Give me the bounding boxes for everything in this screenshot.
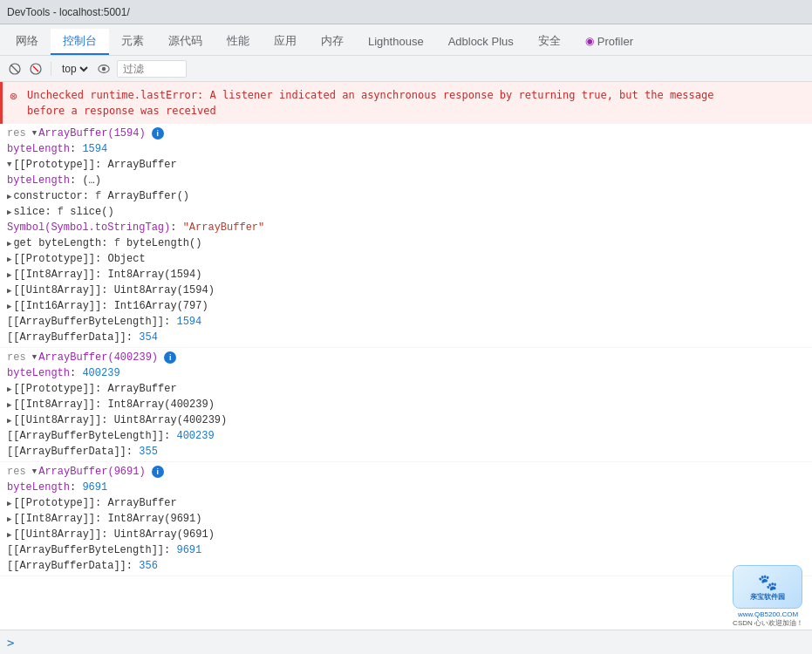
entry1-slice[interactable]: ▶ slice: f slice(): [7, 204, 812, 220]
getbytelength-arrow[interactable]: ▶: [7, 239, 11, 249]
res-label-2: res: [7, 351, 26, 364]
entry1-int8array[interactable]: ▶ [[Int8Array]]: Int8Array(1594): [7, 267, 812, 283]
uint8array-arrow[interactable]: ▶: [7, 286, 11, 296]
tab-profiler[interactable]: ◉ Profiler: [573, 29, 645, 55]
info-icon-2[interactable]: i: [164, 351, 176, 364]
console-entry-3: res ▼ ArrayBuffer(9691) i byteLength: 96…: [0, 462, 812, 576]
entry1-constructor[interactable]: ▶ constructor: f ArrayBuffer(): [7, 188, 812, 204]
uint8array-label: [[Uint8Array]]: Uint8Array(1594): [13, 284, 214, 296]
entry3-arrow[interactable]: ▼: [32, 467, 37, 476]
info-icon-3[interactable]: i: [152, 466, 164, 478]
abbylength-key: [[ArrayBufferByteLength]]: [7, 316, 164, 328]
e3-prototype-arrow[interactable]: ▶: [7, 499, 11, 508]
entry1-getbytelength[interactable]: ▶ get byteLength: f byteLength(): [7, 235, 812, 251]
entry1-int16array[interactable]: ▶ [[Int16Array]]: Int16Array(797): [7, 298, 812, 314]
entry2-arrow[interactable]: ▼: [32, 353, 37, 362]
entry1-header[interactable]: res ▼ ArrayBuffer(1594) i: [7, 126, 812, 141]
e3-uint8array-arrow[interactable]: ▶: [7, 530, 11, 540]
e2-abdata-key: [[ArrayBufferData]]: [7, 446, 126, 458]
e3-prototype-label: [[Prototype]]: ArrayBuffer: [13, 497, 176, 509]
kv-value-2: 400239: [82, 367, 119, 379]
console-prompt[interactable]: >: [7, 636, 14, 650]
prototype-label: [[Prototype]]: ArrayBuffer: [13, 159, 176, 171]
toolbar-separator-1: [51, 62, 51, 76]
entry1-proto-object[interactable]: ▶ [[Prototype]]: Object: [7, 251, 812, 267]
tab-performance[interactable]: 性能: [215, 29, 262, 55]
kv-value-3: 9691: [82, 481, 107, 494]
tab-sources[interactable]: 源代码: [156, 29, 215, 55]
constructor-arrow[interactable]: ▶: [7, 192, 11, 201]
entry3-uint8array[interactable]: ▶ [[Uint8Array]]: Uint8Array(9691): [7, 527, 812, 542]
kv-value: 1594: [82, 143, 107, 155]
entry3-abbylength: [[ArrayBufferByteLength]]: 9691: [7, 542, 812, 558]
tab-lighthouse[interactable]: Lighthouse: [356, 29, 436, 55]
console-toolbar: top: [0, 56, 812, 82]
filter-input[interactable]: [117, 60, 187, 78]
error-banner: ⊗ Unchecked runtime.lastError: A listene…: [0, 82, 812, 124]
e2-uint8array-arrow[interactable]: ▶: [7, 416, 11, 426]
entry2-int8array[interactable]: ▶ [[Int8Array]]: Int8Array(400239): [7, 397, 812, 412]
clear-console-button[interactable]: [7, 61, 23, 77]
entry1-uint8array[interactable]: ▶ [[Uint8Array]]: Uint8Array(1594): [7, 283, 812, 298]
svg-line-3: [33, 66, 38, 72]
entry1-prototype-row[interactable]: ▼ [[Prototype]]: ArrayBuffer: [7, 157, 812, 173]
entry2-uint8array[interactable]: ▶ [[Uint8Array]]: Uint8Array(400239): [7, 412, 812, 428]
e2-prototype-label: [[Prototype]]: ArrayBuffer: [13, 383, 176, 395]
entry1-symbol: Symbol(Symbol.toStringTag): "ArrayBuffer…: [7, 220, 812, 235]
entry2-prototype[interactable]: ▶ [[Prototype]]: ArrayBuffer: [7, 381, 812, 397]
info-icon-1[interactable]: i: [152, 127, 164, 140]
filter-toggle-button[interactable]: [28, 61, 44, 77]
level-select[interactable]: top: [58, 62, 91, 76]
e3-abdata-value: 356: [139, 560, 158, 572]
int8array-arrow[interactable]: ▶: [7, 270, 11, 280]
entry3-title: ArrayBuffer(9691): [38, 466, 145, 478]
kv-key: byteLength: [7, 143, 70, 155]
svg-line-1: [11, 65, 18, 72]
entry2-header[interactable]: res ▼ ArrayBuffer(400239) i: [7, 350, 812, 365]
tab-security[interactable]: 安全: [526, 29, 573, 55]
e2-int8array-arrow[interactable]: ▶: [7, 400, 11, 410]
tab-memory[interactable]: 内存: [309, 29, 356, 55]
e3-abbylength-key: [[ArrayBufferByteLength]]: [7, 544, 164, 556]
title-bar: DevTools - localhost:5001/: [0, 0, 812, 24]
abbylength-value: 1594: [176, 316, 201, 328]
eye-icon[interactable]: [96, 61, 112, 77]
entry2-bytelength: byteLength: 400239: [7, 365, 812, 381]
entry2-title: ArrayBuffer(400239): [38, 351, 158, 364]
res-label-3: res: [7, 466, 26, 478]
error-icon: ⊗: [10, 87, 17, 106]
entry1-arrow[interactable]: ▼: [32, 129, 37, 138]
e3-uint8array-label: [[Uint8Array]]: Uint8Array(9691): [13, 528, 214, 541]
symbol-key: Symbol(Symbol.toStringTag): [7, 221, 170, 234]
entry3-bytelength: byteLength: 9691: [7, 480, 812, 495]
entry3-prototype[interactable]: ▶ [[Prototype]]: ArrayBuffer: [7, 495, 812, 511]
entry3-int8array[interactable]: ▶ [[Int8Array]]: Int8Array(9691): [7, 511, 812, 527]
tab-console[interactable]: 控制台: [51, 29, 109, 55]
tab-application[interactable]: 应用: [262, 29, 309, 55]
e3-int8array-arrow[interactable]: ▶: [7, 514, 11, 524]
console-entry-2: res ▼ ArrayBuffer(400239) i byteLength: …: [0, 348, 812, 462]
tab-network[interactable]: 网络: [3, 29, 51, 55]
getbytelength-label: get byteLength: f byteLength(): [13, 237, 201, 249]
entry2-abbylength: [[ArrayBufferByteLength]]: 400239: [7, 428, 812, 444]
kv-key-3: byteLength: [7, 481, 70, 494]
entry1-arraybufferbytelength: [[ArrayBufferByteLength]]: 1594: [7, 314, 812, 330]
slice-arrow[interactable]: ▶: [7, 208, 11, 217]
tab-adblock[interactable]: Adblock Plus: [436, 29, 526, 55]
res-label-1: res: [7, 127, 26, 140]
e2-prototype-arrow[interactable]: ▶: [7, 385, 11, 394]
symbol-value: "ArrayBuffer": [183, 221, 265, 234]
e3-abbylength-value: 9691: [176, 544, 201, 556]
e2-int8array-label: [[Int8Array]]: Int8Array(400239): [13, 399, 214, 411]
svg-point-5: [102, 66, 106, 70]
prototype-arrow[interactable]: ▼: [7, 160, 11, 169]
entry3-header[interactable]: res ▼ ArrayBuffer(9691) i: [7, 464, 812, 480]
int16array-label: [[Int16Array]]: Int16Array(797): [13, 300, 208, 312]
tab-elements[interactable]: 元素: [109, 29, 156, 55]
abdata-key: [[ArrayBufferData]]: [7, 331, 126, 344]
e3-int8array-label: [[Int8Array]]: Int8Array(9691): [13, 513, 201, 525]
entry2-abdata: [[ArrayBufferData]]: 355: [7, 444, 812, 460]
e2-abbylength-value: 400239: [176, 430, 214, 442]
int16array-arrow[interactable]: ▶: [7, 302, 11, 311]
proto-object-arrow[interactable]: ▶: [7, 255, 11, 264]
